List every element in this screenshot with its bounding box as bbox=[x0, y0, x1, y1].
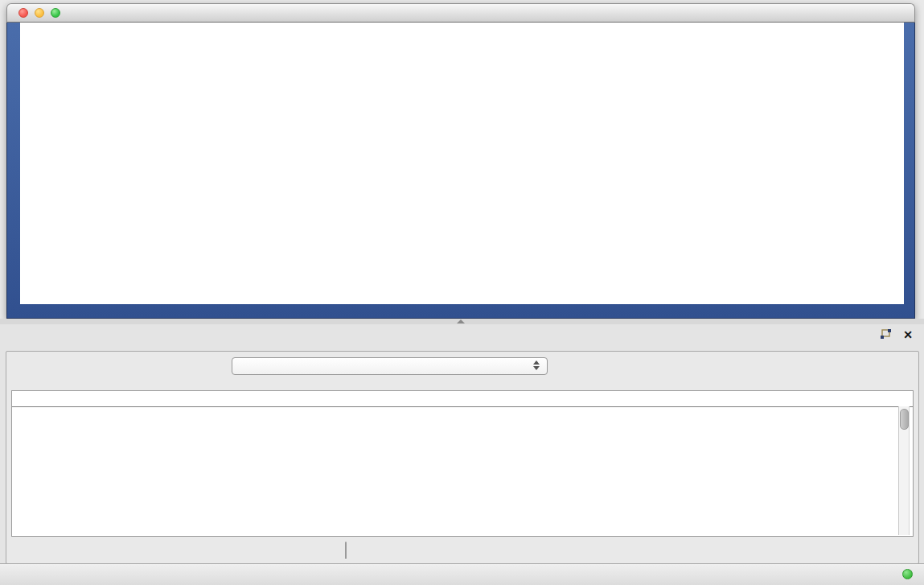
status-bar bbox=[0, 563, 924, 585]
vertical-scrollbar[interactable] bbox=[898, 406, 910, 535]
node-table bbox=[11, 390, 914, 537]
network-view-window bbox=[6, 3, 915, 319]
splitter-grip-icon[interactable] bbox=[457, 319, 465, 323]
table-panel: ✕ bbox=[0, 324, 924, 563]
network-canvas[interactable] bbox=[20, 23, 904, 304]
table-selector-dropdown[interactable] bbox=[232, 357, 548, 375]
zoom-window-icon[interactable] bbox=[51, 8, 60, 18]
panel-splitter[interactable] bbox=[0, 319, 924, 324]
network-graph[interactable] bbox=[20, 23, 904, 304]
close-panel-icon[interactable]: ✕ bbox=[903, 329, 913, 340]
minimize-window-icon[interactable] bbox=[35, 8, 44, 18]
table-header-row bbox=[12, 391, 913, 407]
traffic-lights bbox=[18, 8, 60, 18]
scrollbar-thumb[interactable] bbox=[900, 409, 909, 430]
float-panel-icon[interactable] bbox=[879, 329, 892, 340]
table-panel-header: ✕ bbox=[0, 324, 924, 348]
dropdown-arrows-icon bbox=[533, 360, 540, 370]
table-type-tabs bbox=[345, 542, 347, 559]
memory-status bbox=[897, 569, 913, 579]
desktop: { "graph_window": { "title": "citations_… bbox=[0, 0, 924, 585]
table-browser bbox=[6, 351, 919, 564]
memory-ok-icon[interactable] bbox=[902, 569, 913, 579]
close-window-icon[interactable] bbox=[18, 8, 28, 18]
window-titlebar[interactable] bbox=[6, 3, 915, 23]
